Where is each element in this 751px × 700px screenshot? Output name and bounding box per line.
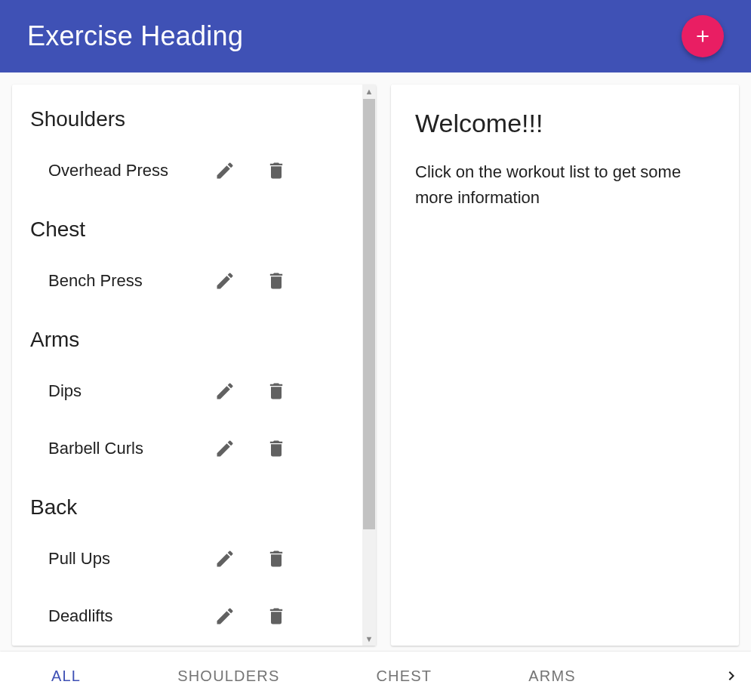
edit-button[interactable] [207,541,243,577]
pencil-icon [214,548,235,569]
pencil-icon [214,270,235,291]
trash-icon [266,548,287,569]
tab-bar-scroll: ALL SHOULDERS CHEST ARMS [3,652,715,700]
tab-bar: ALL SHOULDERS CHEST ARMS [0,652,751,700]
list-item: Bench Press [30,252,358,310]
exercise-link-bench-press[interactable]: Bench Press [48,271,207,291]
pencil-icon [214,606,235,627]
trash-icon [266,438,287,459]
group-header-shoulders: Shoulders [30,97,358,142]
edit-button[interactable] [207,373,243,409]
trash-icon [266,606,287,627]
chevron-right-icon [722,667,740,685]
tab-arms[interactable]: ARMS [480,652,624,700]
scroll-up-arrow[interactable]: ▲ [362,85,376,98]
delete-button[interactable] [258,263,294,299]
edit-button[interactable] [207,263,243,299]
group-header-back: Back [30,477,358,530]
scroll-down-arrow[interactable]: ▼ [362,632,376,646]
detail-panel: Welcome!!! Click on the workout list to … [391,85,739,646]
exercise-link-barbell-curls[interactable]: Barbell Curls [48,439,207,458]
exercise-link-dips[interactable]: Dips [48,381,207,401]
edit-button[interactable] [207,598,243,634]
list-item: Barbell Curls [30,420,358,477]
list-item: Pull Ups [30,530,358,587]
edit-button[interactable] [207,430,243,467]
main-area: Shoulders Overhead Press Chest Bench Pre… [0,72,751,652]
scrollbar[interactable]: ▲ ▼ [362,85,376,646]
tab-shoulders[interactable]: SHOULDERS [129,652,328,700]
trash-icon [266,270,287,291]
list-item: Overhead Press [30,142,358,199]
trash-icon [266,381,287,402]
tab-all[interactable]: ALL [3,652,129,700]
detail-title: Welcome!!! [415,109,715,138]
list-item: Dips [30,362,358,420]
group-header-chest: Chest [30,199,358,252]
exercise-link-overhead-press[interactable]: Overhead Press [48,161,207,180]
exercise-link-pull-ups[interactable]: Pull Ups [48,549,207,569]
delete-button[interactable] [258,541,294,577]
delete-button[interactable] [258,373,294,409]
pencil-icon [214,160,235,181]
add-exercise-button[interactable] [682,15,724,57]
detail-body: Click on the workout list to get some mo… [415,159,715,211]
exercise-link-deadlifts[interactable]: Deadlifts [48,606,207,626]
plus-icon [693,26,713,46]
tab-scroll-right-button[interactable] [715,652,748,700]
page-title: Exercise Heading [27,20,243,52]
trash-icon [266,160,287,181]
pencil-icon [214,438,235,459]
tab-chest[interactable]: CHEST [328,652,480,700]
edit-button[interactable] [207,153,243,189]
exercise-list-panel: Shoulders Overhead Press Chest Bench Pre… [12,85,376,646]
pencil-icon [214,381,235,402]
delete-button[interactable] [258,598,294,634]
app-bar: Exercise Heading [0,0,751,72]
group-header-arms: Arms [30,310,358,362]
delete-button[interactable] [258,153,294,189]
exercise-list-scroll: Shoulders Overhead Press Chest Bench Pre… [12,85,376,646]
list-item: Deadlifts [30,587,358,645]
scrollbar-thumb[interactable] [363,99,375,529]
delete-button[interactable] [258,430,294,467]
